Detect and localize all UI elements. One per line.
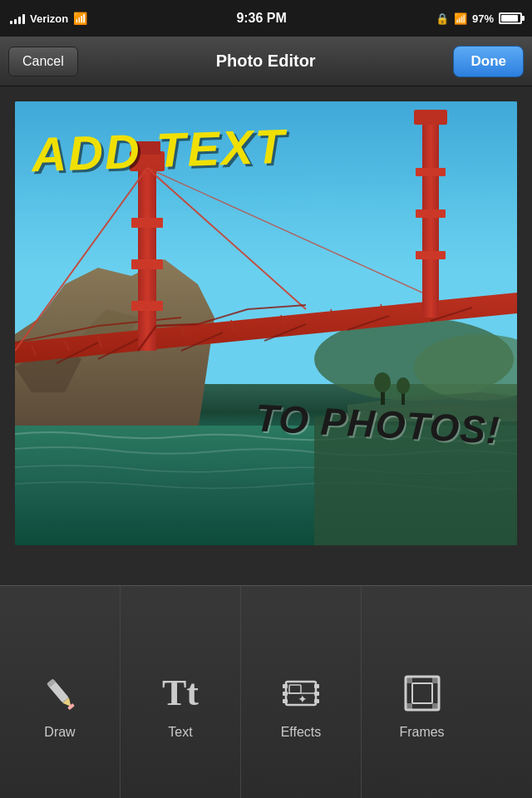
carrier-label: Verizon <box>30 12 68 25</box>
svg-rect-25 <box>414 110 447 125</box>
wifi-icon: 📶 <box>73 12 87 25</box>
svg-point-47 <box>397 377 410 394</box>
effects-icon: ✦ <box>276 668 326 718</box>
svg-rect-58 <box>314 699 319 703</box>
svg-rect-23 <box>416 209 446 218</box>
navigation-bar: Cancel Photo Editor Done <box>0 37 532 86</box>
toolbar-items: Draw Tt Text <box>0 585 532 798</box>
svg-rect-53 <box>283 684 288 688</box>
svg-rect-66 <box>406 703 412 710</box>
toolbar-item-effects[interactable]: ✦ Effects <box>241 586 362 798</box>
lock-icon: 🔒 <box>436 12 449 25</box>
svg-rect-24 <box>416 251 446 259</box>
svg-text:✦: ✦ <box>298 692 308 706</box>
svg-rect-16 <box>131 218 163 228</box>
svg-rect-63 <box>412 683 432 703</box>
toolbar-item-frames[interactable]: Frames <box>362 586 482 798</box>
status-left: Verizon 📶 <box>10 12 87 25</box>
draw-icon <box>35 668 85 718</box>
signal-bars <box>10 12 25 24</box>
toolbar-item-text[interactable]: Tt Text <box>121 586 241 798</box>
status-bar: Verizon 📶 9:36 PM 🔒 📶 97% <box>0 0 532 37</box>
effects-label: Effects <box>281 725 322 740</box>
frames-label: Frames <box>399 725 444 740</box>
page-title: Photo Editor <box>216 52 316 71</box>
svg-rect-22 <box>416 168 446 176</box>
signal-bar-3 <box>18 17 21 24</box>
svg-point-45 <box>374 372 391 392</box>
photo-canvas[interactable]: ADD TEXT TO PHOTOS! <box>15 101 517 545</box>
toolbar: Draw Tt Text <box>0 585 532 798</box>
svg-rect-55 <box>283 699 288 703</box>
draw-label: Draw <box>44 725 75 740</box>
status-right: 🔒 📶 97% <box>436 12 522 25</box>
battery-indicator <box>499 12 522 24</box>
toolbar-spacer <box>0 560 532 585</box>
signal-bar-1 <box>10 21 12 24</box>
clock: 9:36 PM <box>236 11 286 26</box>
text-label: Text <box>168 725 192 740</box>
toolbar-item-draw[interactable]: Draw <box>0 586 121 798</box>
svg-rect-67 <box>432 703 439 710</box>
svg-rect-18 <box>131 301 163 311</box>
bluetooth-icon: 📶 <box>454 12 467 25</box>
text-icon-label: Tt <box>162 675 199 712</box>
done-button[interactable]: Done <box>453 46 524 77</box>
svg-rect-65 <box>432 677 439 683</box>
photo-overlay-text-top[interactable]: ADD TEXT <box>31 122 287 180</box>
cancel-button[interactable]: Cancel <box>8 47 78 76</box>
svg-rect-56 <box>314 684 319 688</box>
frames-icon <box>397 668 447 718</box>
photo-area: ADD TEXT TO PHOTOS! <box>0 86 532 560</box>
battery-fill <box>501 15 518 22</box>
signal-bar-4 <box>22 14 25 24</box>
svg-rect-64 <box>406 677 412 683</box>
text-icon: Tt <box>155 668 205 718</box>
battery-box <box>499 12 522 24</box>
signal-bar-2 <box>14 19 17 24</box>
svg-rect-17 <box>131 259 163 269</box>
battery-percent: 97% <box>472 12 494 25</box>
